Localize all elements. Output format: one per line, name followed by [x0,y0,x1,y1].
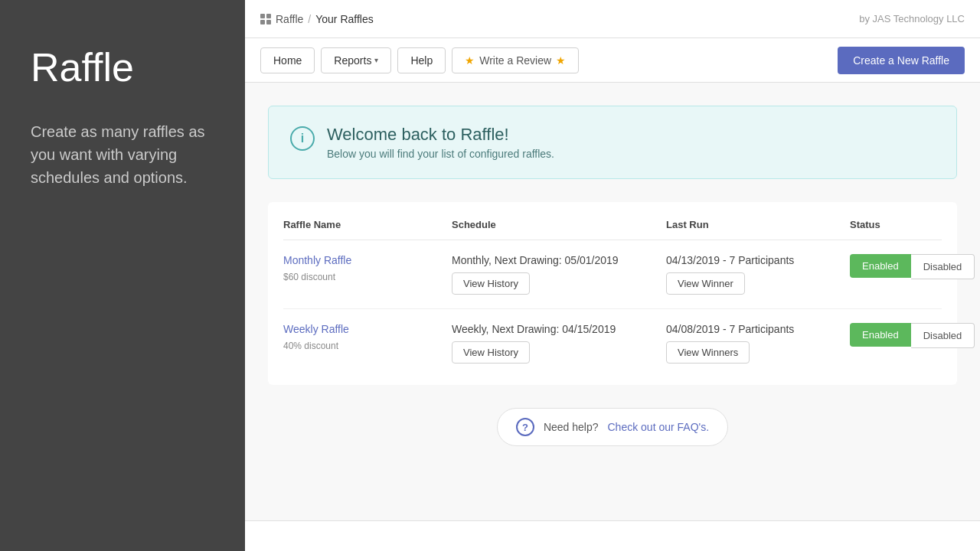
status-cell-1: Enabled Disabled [850,254,980,279]
welcome-subtitle: Below you will find your list of configu… [327,148,554,160]
weekly-view-winners-button[interactable]: View Winners [666,341,750,364]
monthly-view-history-button[interactable]: View History [452,272,530,295]
raffle-name-cell-1: Monthly Raffle $60 discount [283,254,452,283]
monthly-enabled-button[interactable]: Enabled [850,254,911,278]
table-row: Monthly Raffle $60 discount Monthly, Nex… [283,240,942,309]
nav-left: Home Reports ▾ Help ★ Write a Review ★ [260,47,579,73]
info-icon: i [290,126,315,151]
col-schedule: Schedule [452,219,666,230]
breadcrumb: Raffle / Your Raffles [260,13,374,25]
help-box: ? Need help? Check out our FAQ's. [497,408,728,446]
weekly-raffle-link[interactable]: Weekly Raffle [283,323,452,335]
topbar: Raffle / Your Raffles by JAS Technology … [245,0,980,38]
main-content: Raffle / Your Raffles by JAS Technology … [245,0,980,551]
raffle-name-cell-2: Weekly Raffle 40% discount [283,323,452,352]
monthly-disabled-button[interactable]: Disabled [911,254,975,279]
sidebar: Raffle Create as many raffles as you wan… [0,0,245,551]
help-icon: ? [516,418,534,436]
bottom-bar [245,520,980,551]
monthly-raffle-link[interactable]: Monthly Raffle [283,254,452,266]
content-area: i Welcome back to Raffle! Below you will… [245,83,980,520]
sidebar-title: Raffle [31,46,214,90]
breadcrumb-current: Your Raffles [315,13,374,25]
welcome-title: Welcome back to Raffle! [327,125,554,145]
col-raffle-name: Raffle Name [283,219,452,230]
help-section: ? Need help? Check out our FAQ's. [268,385,957,454]
create-raffle-button[interactable]: Create a New Raffle [838,47,965,74]
breadcrumb-separator: / [308,13,311,25]
col-status: Status [850,219,980,230]
monthly-raffle-discount: $60 discount [283,272,335,282]
faq-link[interactable]: Check out our FAQ's. [608,421,710,433]
star-icon-right: ★ [556,54,566,67]
weekly-schedule-text: Weekly, Next Drawing: 04/15/2019 [452,323,666,335]
review-label: Write a Review [479,54,551,67]
col-last-run: Last Run [666,219,850,230]
reports-button[interactable]: Reports ▾ [321,47,391,73]
help-text: Need help? [544,421,599,433]
help-button[interactable]: Help [397,47,446,73]
grid-icon [260,14,271,24]
sidebar-description: Create as many raffles as you want with … [31,120,214,189]
company-credit: by JAS Technology LLC [859,13,965,24]
welcome-banner: i Welcome back to Raffle! Below you will… [268,106,957,179]
monthly-view-winner-button[interactable]: View Winner [666,272,745,295]
status-cell-2: Enabled Disabled [850,323,980,348]
welcome-text: Welcome back to Raffle! Below you will f… [327,125,554,160]
last-run-cell-1: 04/13/2019 - 7 Participants View Winner [666,254,850,295]
weekly-last-run-text: 04/08/2019 - 7 Participants [666,323,850,335]
weekly-raffle-discount: 40% discount [283,341,338,351]
monthly-schedule-text: Monthly, Next Drawing: 05/01/2019 [452,254,666,266]
navbar: Home Reports ▾ Help ★ Write a Review ★ C… [245,38,980,83]
weekly-enabled-button[interactable]: Enabled [850,323,911,347]
schedule-cell-2: Weekly, Next Drawing: 04/15/2019 View Hi… [452,323,666,364]
last-run-cell-2: 04/08/2019 - 7 Participants View Winners [666,323,850,364]
reports-label: Reports [334,54,371,67]
monthly-last-run-text: 04/13/2019 - 7 Participants [666,254,850,266]
home-button[interactable]: Home [260,47,315,73]
raffle-table: Raffle Name Schedule Last Run Status Mon… [268,202,957,385]
weekly-disabled-button[interactable]: Disabled [911,323,975,348]
breadcrumb-app: Raffle [276,13,303,25]
chevron-down-icon: ▾ [374,56,378,64]
weekly-view-history-button[interactable]: View History [452,341,530,364]
schedule-cell-1: Monthly, Next Drawing: 05/01/2019 View H… [452,254,666,295]
table-row: Weekly Raffle 40% discount Weekly, Next … [283,309,942,377]
star-icon-left: ★ [465,54,475,67]
write-review-button[interactable]: ★ Write a Review ★ [452,47,579,73]
table-header: Raffle Name Schedule Last Run Status [283,210,942,240]
